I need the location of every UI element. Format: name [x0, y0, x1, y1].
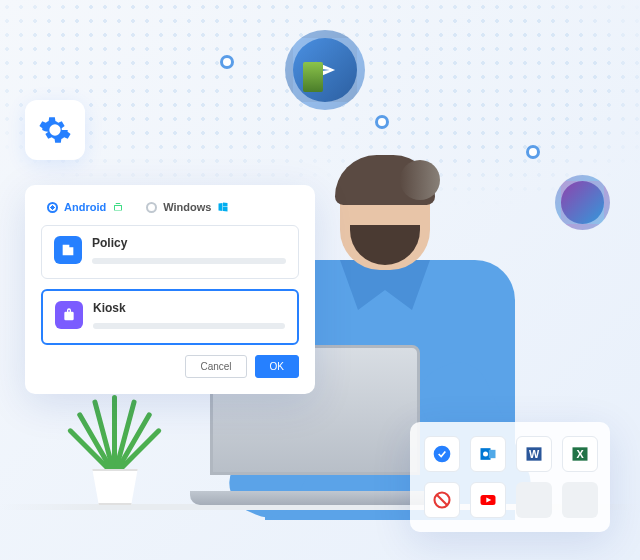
- map-point-icon: [220, 55, 234, 69]
- svg-text:W: W: [529, 448, 540, 460]
- settings-badge: [25, 100, 85, 160]
- apps-panel: W X: [410, 422, 610, 532]
- option-kiosk[interactable]: Kiosk: [41, 289, 299, 345]
- svg-text:X: X: [576, 448, 584, 460]
- svg-line-9: [437, 495, 447, 505]
- tab-android[interactable]: Android: [47, 201, 124, 213]
- radio-icon: [47, 202, 58, 213]
- plant-illustration: [70, 395, 160, 505]
- blocked-icon[interactable]: [424, 482, 460, 518]
- option-label: Kiosk: [93, 301, 285, 315]
- svg-point-3: [483, 452, 488, 457]
- app-slot-empty: [562, 482, 598, 518]
- option-policy[interactable]: Policy: [41, 225, 299, 279]
- progress-placeholder: [92, 258, 286, 264]
- allowed-check-icon[interactable]: [424, 436, 460, 472]
- cancel-button[interactable]: Cancel: [185, 355, 246, 378]
- app-slot-empty: [516, 482, 552, 518]
- tab-windows[interactable]: Windows: [146, 201, 229, 213]
- option-label: Policy: [92, 236, 286, 250]
- policy-icon: [54, 236, 82, 264]
- ok-button[interactable]: OK: [255, 355, 299, 378]
- app-youtube-icon[interactable]: [470, 482, 506, 518]
- app-excel-icon[interactable]: X: [562, 436, 598, 472]
- windows-icon: [217, 201, 229, 213]
- os-tab-group: Android Windows: [41, 201, 299, 213]
- progress-placeholder: [93, 323, 285, 329]
- tab-label: Android: [64, 201, 106, 213]
- android-icon: [112, 201, 124, 213]
- paper-plane-icon: [314, 59, 336, 81]
- tab-label: Windows: [163, 201, 211, 213]
- app-outlook-icon[interactable]: [470, 436, 506, 472]
- device-kiosk-bubble: [285, 30, 365, 110]
- config-panel: Android Windows Policy Kiosk Cancel OK: [25, 185, 315, 394]
- kiosk-icon: [55, 301, 83, 329]
- app-word-icon[interactable]: W: [516, 436, 552, 472]
- radio-icon: [146, 202, 157, 213]
- svg-point-0: [434, 446, 451, 463]
- gear-icon: [38, 113, 72, 147]
- svg-rect-2: [489, 450, 496, 458]
- device-tablet-bubble: [555, 175, 610, 230]
- button-row: Cancel OK: [41, 355, 299, 378]
